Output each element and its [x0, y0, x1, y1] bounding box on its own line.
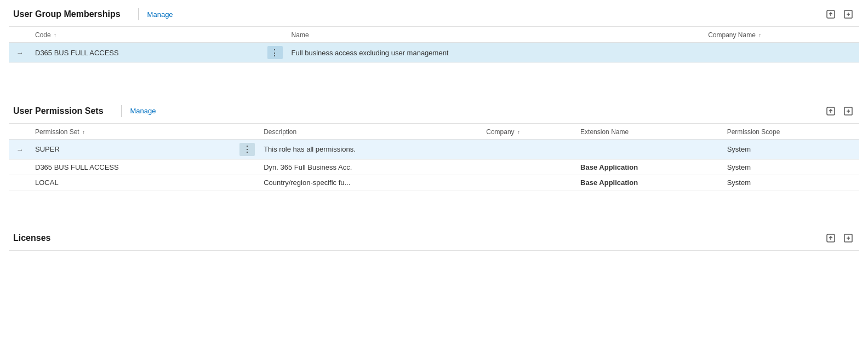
table-row-empty: [9, 63, 859, 79]
perm-row3-dots: [235, 175, 259, 190]
perm-row2-dots: [235, 159, 259, 175]
perm-desc-header: Description: [259, 124, 482, 140]
perm-empty1: [9, 190, 31, 206]
perm-row2-scope: System: [723, 159, 859, 175]
user-group-memberships-title: User Group Memberships: [13, 9, 129, 19]
perm-scope-header: Permission Scope: [723, 124, 859, 140]
user-group-header-icons: [824, 8, 855, 21]
empty-dots: [263, 63, 287, 79]
perm-company-header: Company ↑: [482, 124, 576, 140]
empty-code: [31, 63, 263, 79]
row-context-menu-icon[interactable]: ⋮: [267, 46, 283, 59]
perm-header-left: User Permission Sets Manage: [13, 105, 156, 117]
row-code-cell: D365 BUS FULL ACCESS: [31, 43, 263, 63]
perm-row-scope: System: [723, 139, 859, 159]
col-company-name-header: Company Name ↑: [704, 27, 859, 43]
perm-manage-link[interactable]: Manage: [130, 107, 156, 115]
company-sort-icon: ↑: [758, 32, 761, 38]
user-group-manage-link[interactable]: Manage: [147, 10, 173, 19]
perm-row-desc: This role has all permissions.: [259, 139, 482, 159]
perm-row-dots[interactable]: ⋮: [235, 139, 259, 159]
perm-row2-ext: Base Application: [576, 159, 723, 175]
perm-share-icon[interactable]: [824, 105, 837, 118]
table-row-empty: [9, 190, 859, 206]
user-permission-sets-header: User Permission Sets Manage: [9, 97, 859, 124]
user-permission-sets-section: User Permission Sets Manage: [0, 97, 868, 207]
section-gap-2: [0, 206, 868, 224]
licenses-header: Licenses: [9, 224, 859, 251]
empty-arrow: [9, 63, 31, 79]
perm-empty4: [259, 190, 482, 206]
perm-row-arrow-icon: →: [16, 146, 24, 154]
licenses-header-icons: [824, 232, 855, 245]
user-group-memberships-table: Code ↑ Name Company Name ↑ → D365 BUS FU…: [9, 27, 859, 79]
perm-ext-header: Extension Name: [576, 124, 723, 140]
perm-empty7: [723, 190, 859, 206]
table-row[interactable]: LOCAL Country/region-specific fu... Base…: [9, 175, 859, 190]
user-permission-sets-title: User Permission Sets: [13, 106, 112, 116]
table-row[interactable]: → SUPER ⋮ This role has all permissions.…: [9, 139, 859, 159]
col-code-header: Code ↑: [31, 27, 263, 43]
perm-row2-company: [482, 159, 576, 175]
row-name-cell: Full business access excluding user mana…: [287, 43, 704, 63]
perm-dots-header: [235, 124, 259, 140]
perm-row-context-menu-icon[interactable]: ⋮: [239, 143, 255, 156]
header-divider: [138, 8, 139, 20]
perm-header-divider: [121, 105, 122, 117]
perm-row3-arrow: [9, 175, 31, 190]
perm-set-sort-icon: ↑: [82, 129, 85, 135]
perm-row-set: SUPER: [31, 139, 235, 159]
user-group-memberships-header: User Group Memberships Manage: [9, 0, 859, 27]
perm-row-ext: [576, 139, 723, 159]
perm-row3-set: LOCAL: [31, 175, 235, 190]
perm-row3-scope: System: [723, 175, 859, 190]
licenses-header-left: Licenses: [13, 233, 59, 243]
perm-row3-ext: Base Application: [576, 175, 723, 190]
perm-row2-desc: Dyn. 365 Full Business Acc.: [259, 159, 482, 175]
row-company-cell: [704, 43, 859, 63]
user-group-export-icon[interactable]: [842, 8, 855, 21]
perm-empty6: [576, 190, 723, 206]
licenses-share-icon[interactable]: [824, 232, 837, 245]
perm-empty3: [235, 190, 259, 206]
perm-export-icon[interactable]: [842, 105, 855, 118]
perm-row3-company: [482, 175, 576, 190]
empty-company: [704, 63, 859, 79]
table-row[interactable]: → D365 BUS FULL ACCESS ⋮ Full business a…: [9, 43, 859, 63]
user-group-share-icon[interactable]: [824, 8, 837, 21]
row-dots-cell[interactable]: ⋮: [263, 43, 287, 63]
perm-set-header: Permission Set ↑: [31, 124, 235, 140]
user-permission-sets-table: Permission Set ↑ Description Company ↑ E…: [9, 124, 859, 207]
col-dots-header: [263, 27, 287, 43]
code-sort-icon: ↑: [54, 32, 56, 38]
licenses-title: Licenses: [13, 233, 59, 243]
perm-header-icons: [824, 105, 855, 118]
perm-row2-set: D365 BUS FULL ACCESS: [31, 159, 235, 175]
col-arrow-header: [9, 27, 31, 43]
row-arrow-icon: →: [16, 49, 24, 57]
empty-name: [287, 63, 704, 79]
perm-company-sort-icon: ↑: [517, 129, 520, 135]
header-left: User Group Memberships Manage: [13, 8, 173, 20]
perm-row-company: [482, 139, 576, 159]
perm-row3-desc: Country/region-specific fu...: [259, 175, 482, 190]
perm-empty2: [31, 190, 235, 206]
perm-row-arrow: →: [9, 139, 31, 159]
user-group-memberships-section: User Group Memberships Manage: [0, 0, 868, 79]
section-gap-1: [0, 79, 868, 97]
perm-row2-arrow: [9, 159, 31, 175]
perm-empty5: [482, 190, 576, 206]
perm-arrow-header: [9, 124, 31, 140]
row-arrow-cell: →: [9, 43, 31, 63]
licenses-export-icon[interactable]: [842, 232, 855, 245]
col-name-header: Name: [287, 27, 704, 43]
table-row[interactable]: D365 BUS FULL ACCESS Dyn. 365 Full Busin…: [9, 159, 859, 175]
licenses-section: Licenses: [0, 224, 868, 251]
